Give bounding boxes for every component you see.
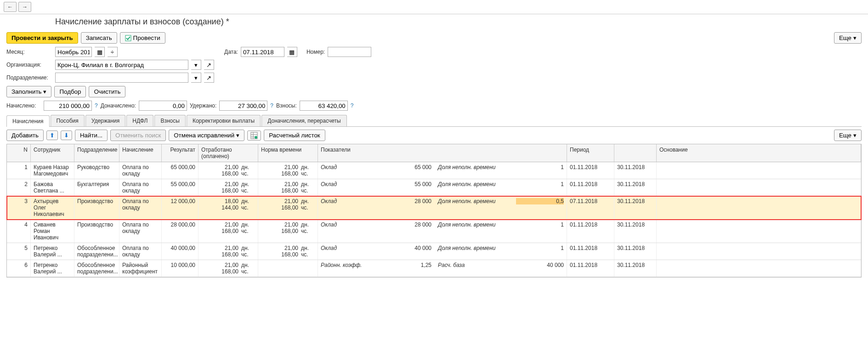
move-up-button[interactable]: ⬆ <box>46 130 58 140</box>
dept-label: Подразделение: <box>6 74 52 81</box>
add-button[interactable]: Добавить <box>6 130 44 141</box>
org-open-button[interactable]: ↗ <box>204 60 214 70</box>
org-input[interactable] <box>55 60 188 70</box>
cell-indicators: Оклад55 000Доля неполн. времени1 <box>318 179 567 196</box>
pick-button[interactable]: Подбор <box>54 86 86 97</box>
accrued-value[interactable] <box>44 101 92 111</box>
cell-employee: Сиванев Роман Иванович <box>31 220 74 243</box>
cell-dept: Производство <box>74 220 119 243</box>
cell-accrual: Оплата по окладу <box>119 243 162 260</box>
dept-dropdown-button[interactable]: ▾ <box>191 73 201 83</box>
chevron-down-icon: ▾ <box>194 74 198 81</box>
cell-n: 5 <box>7 243 31 260</box>
month-input[interactable] <box>55 47 92 57</box>
cell-period-start: 01.11.2018 <box>567 179 614 196</box>
help-icon[interactable]: ? <box>270 102 273 109</box>
col-norm[interactable]: Норма времени <box>258 144 318 162</box>
tab-5[interactable]: Корректировки выплаты <box>187 115 261 126</box>
org-label: Организация: <box>6 62 52 68</box>
table-row[interactable]: 6Петренко Валерий ...Обособленное подраз… <box>7 260 861 277</box>
cell-worked: 21,00дн.168,00чс. <box>199 220 258 243</box>
cell-worked: 21,00дн.168,00чс. <box>199 162 258 179</box>
save-button[interactable]: Записать <box>81 32 117 44</box>
help-icon[interactable]: ? <box>95 102 98 109</box>
org-dropdown-button[interactable]: ▾ <box>191 60 201 70</box>
calendar-icon: ▦ <box>97 49 102 56</box>
date-input[interactable] <box>241 47 284 57</box>
contrib-value[interactable] <box>300 101 348 111</box>
table-row[interactable]: 1Кураев Назар МагомедовичРуководствоОпла… <box>7 162 861 179</box>
help-icon[interactable]: ? <box>351 102 354 109</box>
cell-worked: 21,00дн.168,00чс. <box>199 260 258 277</box>
more-button-grid[interactable]: Еще ▾ <box>834 130 862 141</box>
chevron-down-icon: ▾ <box>853 34 857 41</box>
calendar-icon: ▦ <box>289 49 295 56</box>
month-calendar-button[interactable]: ▦ <box>95 47 105 57</box>
cell-dept: Производство <box>74 196 119 219</box>
cancel-corrections-button[interactable]: Отмена исправлений ▾ <box>169 130 244 141</box>
cancel-corr-label: Отмена исправлений <box>174 132 234 139</box>
nav-back-button[interactable]: ← <box>4 2 17 12</box>
month-label: Месяц: <box>6 49 52 55</box>
cell-worked: 18,00дн.144,00чс. <box>199 196 258 219</box>
nav-forward-button[interactable]: → <box>18 2 31 12</box>
cell-period-end: 30.11.2018 <box>614 220 657 243</box>
post-button[interactable]: Провести <box>120 32 165 44</box>
tab-0[interactable]: Начисления <box>6 115 50 127</box>
withheld-value[interactable] <box>219 101 267 111</box>
tab-3[interactable]: НДФЛ <box>126 115 153 126</box>
extra-value[interactable] <box>139 101 187 111</box>
cell-accrual: Оплата по окладу <box>119 220 162 243</box>
cell-n: 1 <box>7 162 31 179</box>
date-label: Дата: <box>224 49 238 55</box>
cell-period-start: 07.11.2018 <box>567 196 614 219</box>
cell-indicators: Оклад28 000Доля неполн. времени1 <box>318 220 567 243</box>
clear-button[interactable]: Очистить <box>89 86 125 97</box>
cell-employee: Петренко Валерий ... <box>31 260 74 277</box>
col-result[interactable]: Результат <box>162 144 199 162</box>
table-row[interactable]: 5Петренко Валерий ...Обособленное подраз… <box>7 243 861 260</box>
cell-dept: Обособленное подразделени... <box>74 260 119 277</box>
tab-4[interactable]: Взносы <box>154 115 185 126</box>
col-n[interactable]: N <box>7 144 31 162</box>
svg-rect-0 <box>125 35 131 41</box>
tabs: НачисленияПособияУдержанияНДФЛВзносыКорр… <box>6 115 862 127</box>
col-worked[interactable]: Отработано (оплачено) <box>199 144 258 162</box>
cell-employee: Кураев Назар Магомедович <box>31 162 74 179</box>
col-accrual[interactable]: Начисление <box>119 144 162 162</box>
extra-label: Доначислено: <box>101 102 136 109</box>
cell-indicators: Оклад65 000Доля неполн. времени1 <box>318 162 567 179</box>
cell-accrual: Оплата по окладу <box>119 162 162 179</box>
number-input[interactable] <box>328 47 371 57</box>
date-calendar-button[interactable]: ▦ <box>287 47 297 57</box>
table-row[interactable]: 4Сиванев Роман ИвановичПроизводствоОплат… <box>7 220 861 243</box>
table-row[interactable]: 3Ахтырцев Олег НиколаевичПроизводствоОпл… <box>7 196 861 220</box>
cell-result: 12 000,00 <box>162 196 199 219</box>
col-period-end[interactable] <box>614 144 657 162</box>
col-period[interactable]: Период <box>567 144 614 162</box>
grid-settings-button[interactable] <box>247 130 261 141</box>
tab-6[interactable]: Доначисления, перерасчеты <box>261 115 346 126</box>
table-row[interactable]: 2Бажова Светлана ...БухгалтерияОплата по… <box>7 179 861 196</box>
open-icon: ↗ <box>206 62 211 68</box>
find-button[interactable]: Найти... <box>75 130 108 141</box>
tab-1[interactable]: Пособия <box>51 115 85 126</box>
dept-open-button[interactable]: ↗ <box>204 73 214 83</box>
fill-button[interactable]: Заполнить ▾ <box>6 86 51 97</box>
col-basis[interactable]: Основание <box>657 144 861 162</box>
tab-2[interactable]: Удержания <box>85 115 126 126</box>
cell-basis <box>657 196 861 219</box>
more-button-top[interactable]: Еще ▾ <box>834 32 862 44</box>
month-stepper-button[interactable]: ÷ <box>108 47 118 57</box>
col-department[interactable]: Подразделение <box>74 144 119 162</box>
arrow-down-icon: ⬇ <box>64 132 69 139</box>
cancel-find-button: Отменить поиск <box>110 130 166 141</box>
col-employee[interactable]: Сотрудник <box>31 144 74 162</box>
col-indicators[interactable]: Показатели <box>318 144 567 162</box>
cell-dept: Руководство <box>74 162 119 179</box>
payslip-button[interactable]: Расчетный листок <box>264 130 325 141</box>
cell-basis <box>657 260 861 277</box>
post-close-button[interactable]: Провести и закрыть <box>6 32 78 44</box>
dept-input[interactable] <box>55 73 188 83</box>
move-down-button[interactable]: ⬇ <box>61 130 72 140</box>
